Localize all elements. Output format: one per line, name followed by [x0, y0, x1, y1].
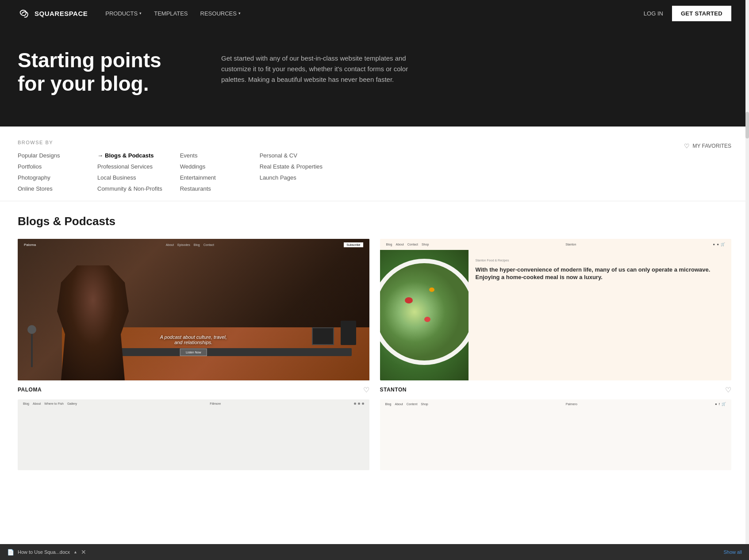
- navbar-left: SQUARESPACE PRODUCTS ▾ TEMPLATES RESOURC…: [18, 7, 241, 19]
- browse-item-events[interactable]: Events: [180, 152, 242, 159]
- stanton-nav-links: Blog About Contact Shop: [386, 243, 429, 246]
- hero-section: Starting points for your blog. Get start…: [0, 27, 749, 127]
- palmera-preview-inner: Blog About Content Shop Palmero ● f 🛒: [380, 399, 732, 470]
- fillmore-dots: [354, 403, 364, 405]
- paloma-preview: Paloma About Episodes Blog Contact Subsc…: [18, 239, 369, 380]
- browse-item-local[interactable]: Local Business: [97, 174, 162, 181]
- scrollbar-thumb[interactable]: [745, 112, 749, 138]
- paloma-tagline: A podcast about culture, travel,and rela…: [160, 334, 227, 345]
- studio-speaker-right: [341, 321, 356, 345]
- template-card-stanton[interactable]: Blog About Contact Shop Stanton ● ● 🛒: [380, 239, 732, 399]
- stanton-favorite-button[interactable]: ♡: [725, 386, 731, 394]
- nav-item-resources[interactable]: RESOURCES ▾: [200, 10, 241, 17]
- browse-item-restaurants[interactable]: Restaurants: [180, 185, 242, 192]
- palmera-nav: Blog About Content Shop Palmero ● f 🛒: [380, 399, 732, 409]
- fillmore-preview-inner: Blog About Where to Fish Gallery Fillmor…: [18, 399, 369, 470]
- browse-item-launch[interactable]: Launch Pages: [260, 174, 323, 181]
- browse-item-blogs[interactable]: Blogs & Podcasts: [97, 152, 162, 159]
- paloma-preview-inner: Paloma About Episodes Blog Contact Subsc…: [18, 239, 369, 380]
- stanton-preview-inner: Blog About Contact Shop Stanton ● ● 🛒: [380, 239, 732, 380]
- paloma-person-silhouette: [53, 265, 133, 380]
- nav-item-products[interactable]: PRODUCTS ▾: [105, 10, 142, 17]
- stanton-nav: Blog About Contact Shop Stanton ● ● 🛒: [380, 239, 732, 250]
- navbar: SQUARESPACE PRODUCTS ▾ TEMPLATES RESOURC…: [0, 0, 749, 27]
- paloma-footer: PALOMA ♡: [18, 380, 369, 399]
- stanton-body: Stanton Food & Recipes With the hyper-co…: [380, 250, 732, 380]
- browse-item-real-estate[interactable]: Real Estate & Properties: [260, 163, 323, 170]
- palmera-preview: Blog About Content Shop Palmero ● f 🛒: [380, 399, 732, 470]
- favorites-button[interactable]: ♡ MY FAVORITES: [684, 142, 731, 150]
- logo-text: SQUARESPACE: [35, 10, 88, 17]
- main-content: Blogs & Podcasts: [0, 201, 749, 488]
- browse-label: BROWSE BY: [18, 140, 53, 145]
- favorites-label: MY FAVORITES: [692, 143, 731, 149]
- browse-col-2: Blogs & Podcasts Professional Services L…: [97, 152, 162, 192]
- nav-item-templates[interactable]: TEMPLATES: [154, 10, 188, 17]
- paloma-subscribe-btn: Subscribe: [344, 242, 363, 247]
- paloma-name: PALOMA: [18, 387, 42, 393]
- paloma-nav: Paloma About Episodes Blog Contact Subsc…: [18, 239, 369, 251]
- stanton-blog-label: Stanton Food & Recipes: [476, 259, 725, 262]
- browse-item-professional[interactable]: Professional Services: [97, 163, 162, 170]
- stanton-food-image: [380, 250, 469, 380]
- logo[interactable]: SQUARESPACE: [18, 7, 88, 19]
- template-card-paloma[interactable]: Paloma About Episodes Blog Contact Subsc…: [18, 239, 369, 399]
- browse-col-4: Personal & CV Real Estate & Properties L…: [260, 152, 323, 192]
- browse-item-community[interactable]: Community & Non-Profits: [97, 185, 162, 192]
- browse-item-photography[interactable]: Photography: [18, 174, 80, 181]
- stanton-brand: Stanton: [565, 243, 576, 246]
- heart-icon: ♡: [684, 142, 690, 150]
- template-bottom-grid: Blog About Where to Fish Gallery Fillmor…: [18, 399, 731, 470]
- tomato-2: [424, 317, 430, 322]
- template-card-palmera[interactable]: Blog About Content Shop Palmero ● f 🛒: [380, 399, 732, 470]
- hero-title: Starting points for your blog.: [18, 49, 186, 96]
- browse-top: BROWSE BY ♡ MY FAVORITES: [18, 140, 731, 152]
- browse-item-popular[interactable]: Popular Designs: [18, 152, 80, 159]
- template-grid: Paloma About Episodes Blog Contact Subsc…: [18, 239, 731, 399]
- fillmore-nav: Blog About Where to Fish Gallery Fillmor…: [18, 399, 369, 408]
- browse-item-online-stores[interactable]: Online Stores: [18, 185, 80, 192]
- login-link[interactable]: LOG IN: [644, 10, 663, 17]
- fillmore-nav-links: Blog About Where to Fish Gallery: [23, 402, 77, 405]
- stanton-salad: [380, 263, 469, 361]
- browse-col-1: Popular Designs Portfolios Photography O…: [18, 152, 80, 192]
- browse-columns: Popular Designs Portfolios Photography O…: [18, 152, 714, 192]
- squarespace-logo-icon: [18, 7, 30, 19]
- tomato-3: [429, 288, 434, 292]
- palmera-nav-links: Blog About Content Shop: [385, 403, 428, 406]
- browse-item-portfolios[interactable]: Portfolios: [18, 163, 80, 170]
- browse-item-entertainment[interactable]: Entertainment: [180, 174, 242, 181]
- section-title: Blogs & Podcasts: [18, 215, 731, 228]
- paloma-listen-btn: Listen Now: [180, 349, 207, 356]
- navbar-right: LOG IN GET STARTED: [644, 6, 731, 21]
- chevron-down-icon: ▾: [139, 11, 142, 15]
- stanton-social-icons: ● ● 🛒: [713, 242, 725, 246]
- palmera-brand: Palmero: [566, 403, 577, 406]
- stanton-footer: STANTON ♡: [380, 380, 732, 399]
- fillmore-preview: Blog About Where to Fish Gallery Fillmor…: [18, 399, 369, 470]
- paloma-mic: [31, 332, 33, 367]
- tomato-1: [405, 297, 413, 303]
- nav-links: PRODUCTS ▾ TEMPLATES RESOURCES ▾: [105, 10, 241, 17]
- palmera-icons: ● f 🛒: [715, 402, 726, 406]
- stanton-bowl: [380, 259, 469, 365]
- paloma-nav-links: About Episodes Blog Contact: [166, 243, 214, 246]
- browse-col-3: Events Weddings Entertainment Restaurant…: [180, 152, 242, 192]
- paloma-favorite-button[interactable]: ♡: [363, 386, 369, 394]
- stanton-preview: Blog About Contact Shop Stanton ● ● 🛒: [380, 239, 732, 380]
- browse-section: BROWSE BY ♡ MY FAVORITES Popular Designs…: [0, 127, 749, 201]
- hero-description: Get started with any of our best-in-clas…: [221, 53, 425, 85]
- browse-item-personal[interactable]: Personal & CV: [260, 152, 323, 159]
- stanton-text-area: Stanton Food & Recipes With the hyper-co…: [469, 250, 732, 380]
- scrollbar-track[interactable]: [745, 0, 749, 488]
- studio-monitor: [312, 327, 334, 345]
- browse-item-weddings[interactable]: Weddings: [180, 163, 242, 170]
- stanton-name: STANTON: [380, 387, 407, 393]
- chevron-down-icon: ▾: [238, 11, 241, 15]
- fillmore-brand: Fillmore: [210, 402, 221, 405]
- template-card-fillmore[interactable]: Blog About Where to Fish Gallery Fillmor…: [18, 399, 369, 470]
- get-started-button[interactable]: GET STARTED: [672, 6, 731, 21]
- stanton-heading: With the hyper-convenience of modern lif…: [476, 266, 725, 281]
- paloma-brand: Paloma: [24, 243, 36, 247]
